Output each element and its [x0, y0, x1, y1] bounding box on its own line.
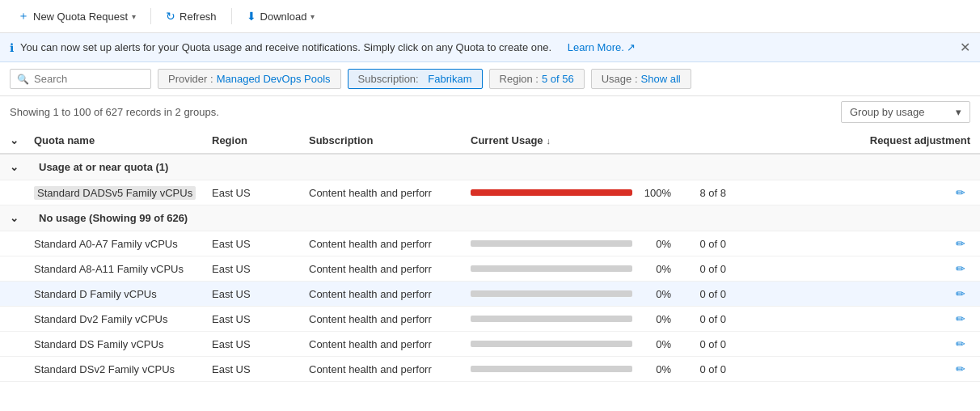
usage-fraction: 0 of 0 — [678, 263, 726, 275]
group-by-select[interactable]: Group by usage ▾ — [841, 101, 970, 123]
group-header-no-usage[interactable]: ⌄ No usage (Showing 99 of 626) — [0, 206, 980, 231]
edit-icon[interactable]: ✏ — [951, 311, 970, 327]
usage-bar-bg — [471, 189, 632, 196]
subscription-cell: Content health and perforr — [309, 363, 471, 375]
provider-label: Provider : — [168, 73, 213, 85]
new-quota-chevron: ▾ — [132, 12, 136, 21]
request-cell: ✏ — [841, 287, 970, 300]
records-groups: 2 groups — [175, 106, 217, 118]
request-cell: ✏ — [841, 362, 970, 375]
usage-fraction: 0 of 0 — [678, 313, 726, 325]
col-subscription-header: Subscription — [309, 134, 471, 146]
region-cell: East US — [212, 238, 309, 250]
group-no-usage-chevron: ⌄ — [10, 212, 34, 224]
search-input[interactable] — [34, 73, 144, 85]
usage-percent: 0% — [639, 338, 671, 350]
plus-icon: ＋ — [18, 9, 29, 23]
edit-icon[interactable]: ✏ — [951, 286, 970, 302]
usage-cell: 0% 0 of 0 — [471, 263, 841, 275]
col-request-header: Request adjustment — [841, 134, 970, 146]
group-header-near-quota[interactable]: ⌄ Usage at or near quota (1) — [0, 155, 980, 180]
region-cell: East US — [212, 338, 309, 350]
usage-filter[interactable]: Usage : Show all — [591, 69, 691, 89]
request-cell: ✏ — [841, 312, 970, 325]
usage-fraction: 0 of 0 — [678, 238, 726, 250]
divider-1 — [150, 8, 151, 24]
subscription-value: Fabrikam — [428, 73, 471, 85]
usage-bar-bg — [471, 240, 632, 247]
table-row: Standard Dv2 Family vCPUs East US Conten… — [0, 307, 980, 332]
edit-icon[interactable]: ✏ — [951, 261, 970, 277]
refresh-label: Refresh — [180, 11, 217, 23]
region-cell: East US — [212, 288, 309, 300]
subscription-filter[interactable]: Subscription: Fabrikam — [348, 69, 483, 89]
usage-fraction: 0 of 0 — [678, 288, 726, 300]
col-usage-header: Current Usage ↓ — [471, 134, 841, 146]
expand-all-icon[interactable]: ⌄ — [10, 134, 19, 146]
refresh-button[interactable]: ↻ Refresh — [158, 6, 225, 27]
usage-bar-bg — [471, 316, 632, 322]
region-label: Region : — [500, 73, 539, 85]
subscription-cell: Content health and perforr — [309, 263, 471, 275]
quota-name-cell: Standard A8-A11 Family vCPUs — [34, 263, 212, 275]
table-header: ⌄ Quota name Region Subscription Current… — [0, 128, 980, 155]
download-icon: ⬇ — [247, 10, 256, 23]
request-cell: ✏ — [841, 262, 970, 275]
usage-cell: 0% 0 of 0 — [471, 238, 841, 250]
usage-percent: 0% — [639, 288, 671, 300]
banner-close-button[interactable]: ✕ — [960, 40, 970, 55]
col-name-header: Quota name — [34, 134, 212, 146]
subscription-cell: Content health and perforr — [309, 313, 471, 325]
usage-bar-bg — [471, 366, 632, 372]
table-row: Standard DSv2 Family vCPUs East US Conte… — [0, 357, 980, 382]
new-quota-button[interactable]: ＋ New Quota Request ▾ — [10, 5, 144, 28]
usage-percent: 100% — [639, 187, 671, 199]
usage-cell: 0% 0 of 0 — [471, 363, 841, 375]
search-box[interactable]: 🔍 — [10, 69, 151, 89]
refresh-icon: ↻ — [166, 10, 175, 23]
usage-sort-icon[interactable]: ↓ — [547, 136, 551, 146]
region-cell: East US — [212, 313, 309, 325]
usage-cell: 0% 0 of 0 — [471, 288, 841, 300]
learn-more-link[interactable]: Learn More. ↗ — [568, 41, 636, 53]
usage-value: Show all — [641, 73, 681, 85]
group-no-usage-label: No usage (Showing 99 of 626) — [39, 212, 188, 224]
usage-percent: 0% — [639, 363, 671, 375]
request-cell: ✏ — [841, 237, 970, 250]
edit-icon[interactable]: ✏ — [951, 336, 970, 352]
table-row: Standard A0-A7 Family vCPUs East US Cont… — [0, 231, 980, 256]
quota-name-cell: Standard DADSv5 Family vCPUs — [34, 187, 212, 199]
edit-icon[interactable]: ✏ — [951, 361, 970, 377]
usage-percent: 0% — [639, 238, 671, 250]
usage-fraction: 0 of 0 — [678, 338, 726, 350]
edit-icon[interactable]: ✏ — [951, 184, 970, 201]
toolbar: ＋ New Quota Request ▾ ↻ Refresh ⬇ Downlo… — [0, 0, 980, 33]
region-value: 5 of 56 — [542, 73, 574, 85]
provider-filter[interactable]: Provider : Managed DevOps Pools — [158, 69, 341, 89]
usage-bar-bg — [471, 265, 632, 272]
group-by-label: Group by usage — [850, 106, 925, 118]
usage-label: Usage : — [602, 73, 638, 85]
divider-2 — [231, 8, 232, 24]
edit-icon[interactable]: ✏ — [951, 235, 970, 252]
records-bar: Showing 1 to 100 of 627 records in 2 gro… — [0, 96, 980, 128]
table-row: Standard D Family vCPUs East US Content … — [0, 282, 980, 307]
info-icon: ℹ — [10, 41, 14, 54]
request-cell: ✏ — [841, 186, 970, 199]
download-chevron: ▾ — [310, 12, 315, 21]
usage-bar-fill — [471, 189, 632, 196]
col-region-header: Region — [212, 134, 309, 146]
new-quota-label: New Quota Request — [33, 11, 128, 23]
quota-name-cell: Standard DSv2 Family vCPUs — [34, 363, 212, 375]
table-row: Standard DADSv5 Family vCPUs East US Con… — [0, 180, 980, 206]
download-button[interactable]: ⬇ Download ▾ — [239, 6, 323, 27]
col-expand-header: ⌄ — [10, 134, 34, 146]
region-filter[interactable]: Region : 5 of 56 — [489, 69, 585, 89]
table-row: Standard A8-A11 Family vCPUs East US Con… — [0, 256, 980, 282]
records-total: 627 — [106, 106, 124, 118]
subscription-label: Subscription: — [358, 73, 419, 85]
quota-name-cell: Standard D Family vCPUs — [34, 288, 212, 300]
group-by-chevron: ▾ — [956, 106, 961, 118]
banner-message: You can now set up alerts for your Quota… — [20, 41, 551, 53]
usage-cell: 0% 0 of 0 — [471, 313, 841, 325]
